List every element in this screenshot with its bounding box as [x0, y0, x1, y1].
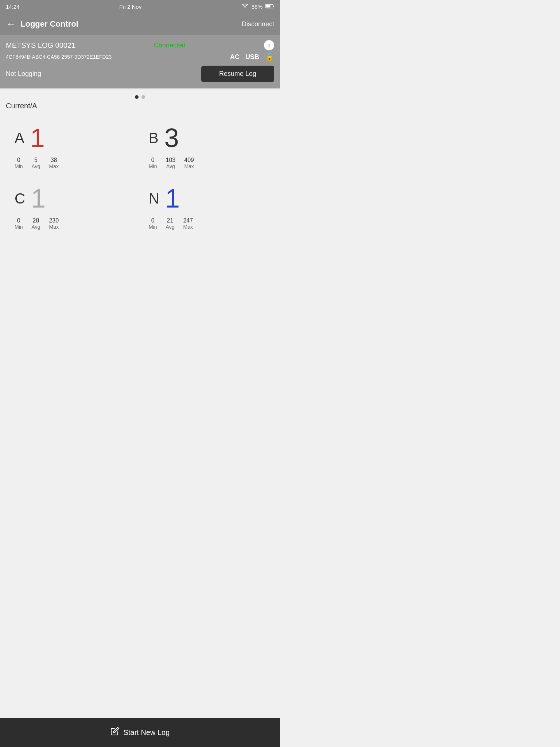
channel-n-avg-label: Avg	[166, 224, 175, 230]
battery-icon	[265, 4, 274, 10]
channel-a-header: A 1	[15, 125, 131, 151]
page-dots	[6, 95, 274, 99]
device-row-1: METSYS LOG 00021 Connected i	[6, 40, 274, 50]
device-uuid: 4CF8494B-ABC4-CA58-2557-9D372E1EFD23	[6, 54, 112, 60]
channel-c-max: 230 Max	[49, 217, 59, 230]
svg-rect-1	[273, 5, 274, 7]
svg-rect-2	[266, 5, 270, 7]
channel-n-header: N 1	[149, 185, 265, 212]
channel-c-max-value: 230	[49, 217, 59, 224]
device-row-2: 4CF8494B-ABC4-CA58-2557-9D372E1EFD23 AC …	[6, 53, 274, 61]
ac-indicator: AC	[230, 53, 240, 61]
channel-c-min: 0 Min	[15, 217, 23, 230]
nav-bar: ← Logger Control Disconnect	[0, 13, 280, 35]
channel-c-max-label: Max	[49, 224, 59, 230]
channel-n-value: 1	[165, 185, 180, 212]
channel-b-label: B	[149, 130, 159, 146]
channel-c-min-label: Min	[15, 224, 23, 230]
channel-c-header: C 1	[15, 185, 131, 212]
channel-n-max: 247 Max	[183, 217, 193, 230]
status-time: 14:24	[6, 4, 20, 10]
channel-b-value: 3	[164, 125, 179, 151]
usb-indicator: USB	[245, 53, 259, 61]
device-name: METSYS LOG 00021	[6, 41, 75, 50]
channel-b-avg: 103 Avg	[166, 157, 176, 169]
channel-c-stats: 0 Min 28 Avg 230 Max	[15, 217, 131, 230]
channel-a-min-value: 0	[15, 157, 23, 163]
channel-b-min-label: Min	[149, 163, 157, 169]
device-indicators: AC USB 🔓	[230, 53, 274, 61]
section-label: Current/A	[6, 102, 274, 110]
main-content: Current/A A 1 0 Min 5 Avg 38 Max	[0, 89, 280, 274]
channel-b-cell: B 3 0 Min 103 Avg 409 Max	[140, 116, 274, 177]
channel-a-label: A	[15, 130, 24, 146]
page-dot-1	[135, 95, 139, 99]
channel-a-max-value: 38	[49, 157, 58, 163]
page-dot-2	[141, 95, 145, 99]
channel-n-min-label: Min	[149, 224, 157, 230]
channel-b-max-value: 409	[184, 157, 194, 163]
channel-a-avg-label: Avg	[32, 163, 40, 169]
channel-a-cell: A 1 0 Min 5 Avg 38 Max	[6, 116, 140, 177]
info-button[interactable]: i	[264, 40, 274, 50]
channel-a-max-label: Max	[49, 163, 58, 169]
channel-a-min: 0 Min	[15, 157, 23, 169]
logging-status: Not Logging	[6, 70, 41, 78]
connection-status: Connected	[154, 42, 186, 49]
channel-n-avg: 21 Avg	[166, 217, 175, 230]
channel-c-avg-label: Avg	[32, 224, 40, 230]
status-right: 58%	[241, 3, 274, 10]
channel-n-label: N	[149, 190, 159, 207]
channel-c-avg-value: 28	[32, 217, 40, 224]
channel-c-value: 1	[31, 185, 46, 212]
channel-a-avg-value: 5	[32, 157, 40, 163]
channel-a-stats: 0 Min 5 Avg 38 Max	[15, 157, 131, 169]
channel-b-header: B 3	[149, 125, 265, 151]
channel-n-stats: 0 Min 21 Avg 247 Max	[149, 217, 265, 230]
channel-b-avg-value: 103	[166, 157, 176, 163]
channel-n-min: 0 Min	[149, 217, 157, 230]
channel-b-max-label: Max	[184, 163, 194, 169]
disconnect-button[interactable]: Disconnect	[242, 20, 274, 28]
channel-n-min-value: 0	[149, 217, 157, 224]
lock-icon: 🔓	[265, 53, 274, 61]
channel-b-min: 0 Min	[149, 157, 157, 169]
channel-n-max-label: Max	[183, 224, 193, 230]
device-panel: METSYS LOG 00021 Connected i 4CF8494B-AB…	[0, 35, 280, 88]
channel-a-value: 1	[30, 125, 45, 151]
channel-c-label: C	[15, 190, 25, 207]
page-title: Logger Control	[20, 19, 242, 29]
channel-c-min-value: 0	[15, 217, 23, 224]
channel-n-avg-value: 21	[166, 217, 175, 224]
back-button[interactable]: ←	[6, 18, 16, 30]
resume-log-button[interactable]: Resume Log	[201, 66, 274, 82]
status-day: Fri 2 Nov	[119, 4, 141, 10]
channel-b-min-value: 0	[149, 157, 157, 163]
device-row-3: Not Logging Resume Log	[6, 66, 274, 82]
battery-level: 58%	[252, 4, 262, 10]
channel-b-max: 409 Max	[184, 157, 194, 169]
readings-grid: A 1 0 Min 5 Avg 38 Max B	[6, 116, 274, 237]
channel-b-stats: 0 Min 103 Avg 409 Max	[149, 157, 265, 169]
channel-n-cell: N 1 0 Min 21 Avg 247 Max	[140, 177, 274, 237]
wifi-icon	[241, 3, 249, 10]
channel-c-cell: C 1 0 Min 28 Avg 230 Max	[6, 177, 140, 237]
channel-a-avg: 5 Avg	[32, 157, 40, 169]
status-bar: 14:24 Fri 2 Nov 58%	[0, 0, 280, 13]
channel-a-max: 38 Max	[49, 157, 58, 169]
channel-n-max-value: 247	[183, 217, 193, 224]
channel-a-min-label: Min	[15, 163, 23, 169]
channel-b-avg-label: Avg	[166, 163, 176, 169]
channel-c-avg: 28 Avg	[32, 217, 40, 230]
